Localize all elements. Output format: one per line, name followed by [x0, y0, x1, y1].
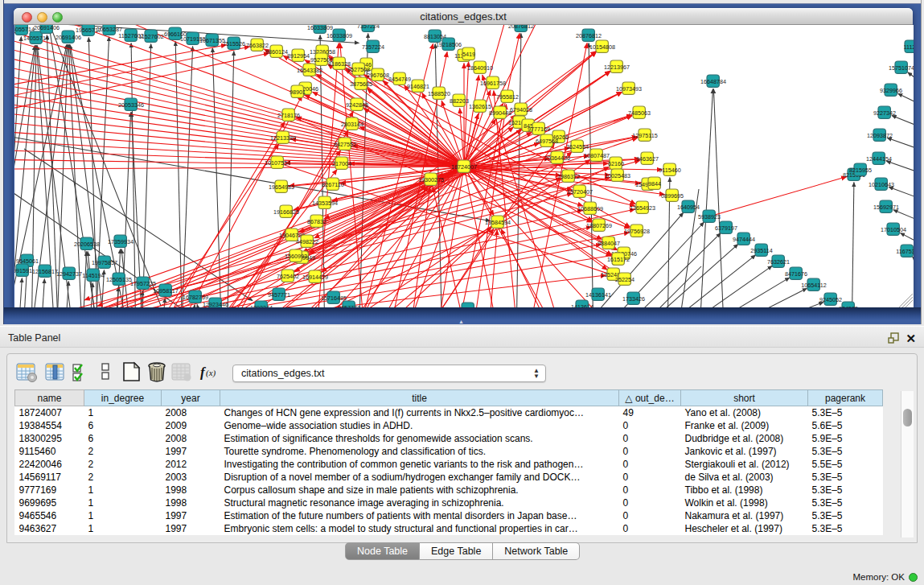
svg-text:10154808: 10154808	[589, 43, 615, 51]
svg-text:9146821: 9146821	[407, 83, 429, 90]
svg-text:2803144: 2803144	[341, 121, 363, 128]
svg-text:20691406: 20691406	[34, 25, 60, 31]
svg-text:1640954: 1640954	[677, 204, 700, 211]
svg-text:14055714: 14055714	[23, 35, 49, 42]
svg-text:4498222: 4498222	[296, 238, 318, 245]
svg-text:7485063: 7485063	[628, 109, 651, 117]
svg-text:8454749: 8454749	[388, 76, 411, 83]
svg-text:252254: 252254	[615, 276, 634, 283]
svg-text:62160: 62160	[608, 160, 624, 167]
svg-text:3875685: 3875685	[350, 80, 372, 88]
svg-text:0899695: 0899695	[661, 192, 684, 200]
svg-text:9777169: 9777169	[528, 126, 550, 133]
svg-text:1615172: 1615172	[607, 256, 630, 263]
svg-text:15692971: 15692971	[873, 204, 899, 211]
svg-text:10107554: 10107554	[265, 159, 290, 167]
svg-text:7515526: 7515526	[223, 40, 245, 47]
svg-text:9844: 9844	[648, 180, 661, 187]
svg-text:20691406: 20691406	[55, 34, 81, 41]
svg-text:19654985: 19654985	[269, 183, 294, 191]
svg-text:882203: 882203	[450, 97, 469, 105]
svg-text:8267110: 8267110	[322, 181, 343, 188]
svg-text:9860124: 9860124	[265, 48, 288, 56]
svg-text:10688609: 10688609	[577, 205, 603, 212]
svg-text:20206538: 20206538	[74, 241, 100, 248]
svg-text:16543382: 16543382	[297, 67, 322, 74]
svg-text:1733426: 1733426	[622, 295, 645, 303]
svg-text:10973493: 10973493	[616, 85, 642, 93]
svg-text:14353594: 14353594	[312, 200, 338, 207]
svg-text:9474444: 9474444	[733, 236, 755, 243]
svg-text:9457771: 9457771	[268, 291, 290, 299]
svg-text:6794028: 6794028	[510, 106, 532, 113]
svg-text:8990448: 8990448	[489, 109, 511, 117]
svg-text:19300275: 19300275	[418, 176, 444, 183]
svg-text:2935114: 2935114	[750, 247, 772, 254]
svg-text:98901: 98901	[290, 89, 306, 96]
svg-text:19166825: 19166825	[273, 208, 299, 216]
svg-text:9329966: 9329966	[880, 87, 902, 94]
svg-text:8912954: 8912954	[287, 52, 310, 60]
svg-text:8215955: 8215955	[849, 167, 872, 174]
svg-text:18640910: 18640910	[467, 64, 493, 72]
svg-text:991591: 991591	[14, 267, 32, 274]
svg-text:10654112: 10654112	[801, 282, 826, 289]
svg-text:11527602: 11527602	[138, 33, 163, 40]
svg-text:7986372: 7986372	[557, 173, 580, 180]
svg-text:17957225: 17957225	[130, 280, 156, 287]
svg-text:16961758: 16961758	[480, 80, 506, 87]
svg-text:2718176: 2718176	[277, 112, 300, 119]
svg-text:16033809: 16033809	[307, 25, 333, 31]
svg-text:9115460: 9115460	[659, 167, 680, 174]
svg-text:11124: 11124	[904, 43, 914, 51]
svg-text:20364436: 20364436	[544, 154, 570, 162]
svg-text:18807269: 18807269	[586, 222, 612, 229]
svg-text:1588520: 1588520	[428, 90, 450, 97]
svg-text:9227342: 9227342	[873, 109, 896, 117]
svg-text:8427552: 8427552	[334, 141, 356, 148]
svg-text:9242848: 9242848	[346, 101, 368, 109]
svg-text:16033809: 16033809	[326, 32, 352, 39]
svg-text:10958117: 10958117	[153, 287, 178, 295]
svg-text:12093872: 12093872	[867, 132, 893, 139]
svg-text:3624554: 3624554	[566, 143, 589, 150]
svg-text:15751074: 15751074	[889, 64, 914, 72]
svg-text:1145194: 1145194	[82, 272, 104, 279]
svg-text:12505135: 12505135	[106, 276, 132, 283]
svg-text:(x): (x)	[206, 368, 216, 378]
svg-text:8471676: 8471676	[785, 270, 807, 278]
svg-text:15716485: 15716485	[321, 295, 347, 302]
svg-text:13654923: 13654923	[630, 204, 655, 212]
svg-text:6379197: 6379197	[715, 225, 737, 232]
svg-text:18724007: 18724007	[451, 163, 477, 171]
svg-text:12213389: 12213389	[270, 134, 296, 142]
svg-text:16914479: 16914479	[302, 274, 328, 281]
svg-text:10025483: 10025483	[605, 172, 630, 179]
svg-text:12942737: 12942737	[56, 270, 82, 278]
svg-text:7955812: 7955812	[496, 93, 519, 101]
svg-text:20876812: 20876812	[576, 32, 602, 39]
svg-text:19975857: 19975857	[92, 259, 117, 266]
svg-text:19218506: 19218506	[436, 41, 462, 48]
svg-text:7357224: 7357224	[362, 43, 384, 51]
svg-text:7625402: 7625402	[277, 273, 299, 280]
svg-text:7357224: 7357224	[357, 25, 380, 30]
svg-text:2967608: 2967608	[367, 72, 389, 79]
svg-text:19584594: 19584594	[485, 219, 511, 226]
svg-text:1362615: 1362615	[469, 103, 491, 110]
svg-text:15720407: 15720407	[567, 188, 593, 196]
svg-text:17359934: 17359934	[108, 238, 133, 245]
svg-text:867832: 867832	[307, 218, 326, 225]
svg-text:217004: 217004	[332, 160, 351, 167]
svg-text:12444154: 12444154	[866, 155, 892, 163]
svg-text:17010504: 17010504	[881, 226, 906, 233]
svg-text:20053346: 20053346	[118, 101, 144, 109]
svg-text:9884047: 9884047	[598, 240, 620, 247]
svg-text:20876812: 20876812	[508, 25, 534, 30]
svg-text:10671355: 10671355	[199, 37, 225, 44]
svg-text:12975115: 12975115	[632, 132, 657, 139]
svg-text:12156817: 12156817	[32, 268, 58, 275]
svg-text:10210643: 10210643	[869, 181, 894, 188]
svg-text:14136141: 14136141	[585, 291, 611, 299]
svg-text:9245052: 9245052	[819, 296, 842, 303]
